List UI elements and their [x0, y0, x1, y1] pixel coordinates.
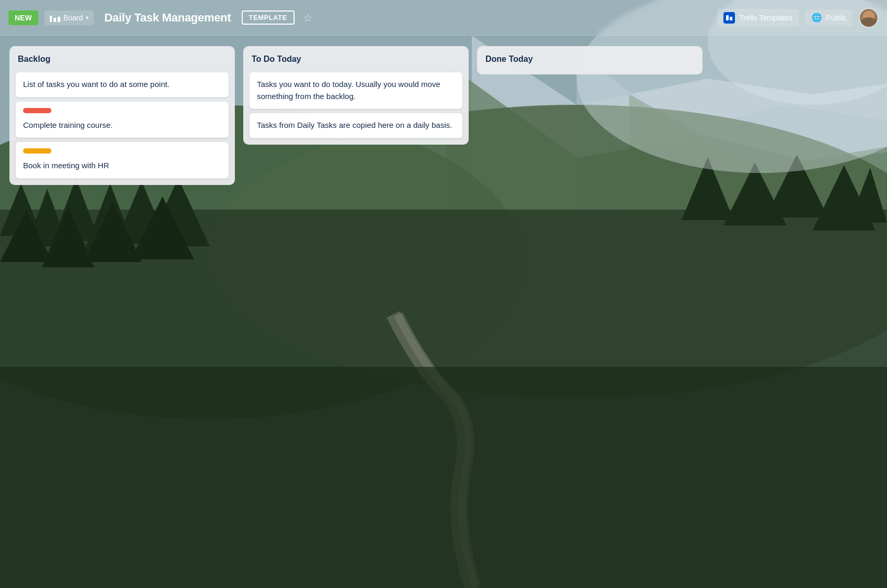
star-button[interactable]: ☆	[301, 9, 315, 26]
avatar[interactable]	[859, 8, 879, 28]
trello-icon	[723, 12, 735, 24]
label-red	[23, 108, 51, 113]
card-text: Tasks from Daily Tasks are copied here o…	[257, 119, 455, 132]
list-item[interactable]: Tasks from Daily Tasks are copied here o…	[250, 113, 462, 138]
public-label: Public	[826, 14, 846, 22]
todo-today-column: To Do Today Tasks you want to do today. …	[243, 46, 469, 145]
list-item[interactable]: Complete training course.	[16, 102, 229, 138]
navbar: NEW Board ▾ Daily Task Management TEMPLA…	[0, 0, 887, 36]
list-item[interactable]: Tasks you want to do today. Usually you …	[250, 72, 462, 109]
card-text: List of tasks you want to do at some poi…	[23, 79, 221, 91]
card-text: Book in meeting with HR	[23, 160, 221, 172]
trello-templates-label: Trello Templates	[739, 14, 793, 22]
done-today-title: Done Today	[483, 52, 696, 68]
template-button[interactable]: TEMPLATE	[242, 10, 295, 25]
board-label: Board	[63, 14, 83, 22]
todo-today-title: To Do Today	[250, 52, 462, 68]
card-text: Tasks you want to do today. Usually you …	[257, 79, 455, 102]
trello-templates-button[interactable]: Trello Templates	[717, 9, 799, 27]
public-button[interactable]: 🌐 Public	[805, 9, 852, 26]
board-view-icon	[50, 14, 60, 22]
board-view-button[interactable]: Board ▾	[45, 10, 94, 25]
page-title: Daily Task Management	[104, 11, 231, 25]
globe-icon: 🌐	[812, 13, 822, 23]
done-today-column: Done Today	[477, 46, 702, 74]
new-button[interactable]: NEW	[8, 10, 38, 25]
list-item[interactable]: List of tasks you want to do at some poi…	[16, 72, 229, 97]
board-content: Backlog List of tasks you want to do at …	[0, 36, 887, 588]
backlog-column: Backlog List of tasks you want to do at …	[9, 46, 235, 185]
backlog-title: Backlog	[16, 52, 229, 68]
card-text: Complete training course.	[23, 119, 221, 132]
board-chevron-icon: ▾	[86, 15, 89, 20]
label-orange	[23, 148, 51, 154]
list-item[interactable]: Book in meeting with HR	[16, 142, 229, 179]
